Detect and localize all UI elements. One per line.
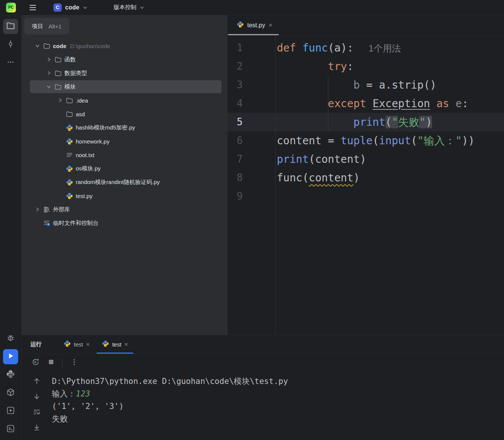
close-icon[interactable]: × [124, 341, 128, 348]
chevron-down-icon[interactable] [32, 43, 42, 49]
project-panel-shortcut: Alt+1 [48, 23, 62, 30]
python-console-button[interactable] [3, 367, 18, 382]
close-icon[interactable]: × [268, 22, 272, 28]
main-menu-icon[interactable] [30, 5, 36, 10]
run-tool-window-title: 运行 [30, 341, 42, 348]
debug-toolwindow-button[interactable] [3, 331, 18, 346]
pycharm-logo[interactable]: PC [6, 3, 16, 12]
commit-toolwindow-button[interactable] [3, 37, 18, 52]
more-vertical-icon [70, 358, 78, 368]
chevron-right-icon[interactable] [55, 97, 65, 103]
code-line-5[interactable]: 5 print("失败") [228, 113, 504, 131]
services-toolwindow-button[interactable] [3, 404, 18, 419]
code-line-6[interactable]: 6content = tuple(input("输入：")) [228, 131, 504, 150]
run-tab-label: test [112, 341, 121, 348]
project-panel-header[interactable]: 项目 Alt+1 [24, 18, 69, 34]
usages-inlay-hint[interactable]: 1个用法 [368, 43, 401, 53]
indent-guide [328, 76, 328, 131]
more-options-button[interactable] [70, 358, 78, 368]
tree-item-asd[interactable]: asd [22, 107, 228, 121]
content-area: 项目 Alt+1 codeD:\guohan\code函数数据类型模块.idea… [22, 15, 504, 440]
line-number: 8 [228, 169, 275, 187]
chevron-right-icon[interactable] [44, 70, 54, 76]
tree-item-mokuai[interactable]: 模块 [22, 80, 228, 94]
line-number: 4 [228, 94, 275, 113]
code-line-4[interactable]: 4 except Exception as e: [228, 94, 504, 113]
tree-item-idea[interactable]: .idea [22, 94, 228, 107]
tree-item-hanshu[interactable]: 函数 [22, 53, 228, 66]
run-tab-label: test [74, 341, 83, 348]
textfile-icon [65, 151, 73, 159]
python-icon [64, 340, 71, 349]
tree-item-os[interactable]: os模块.py [22, 162, 228, 175]
tree-item-random[interactable]: random模块randint随机验证码.py [22, 175, 228, 189]
editor-tab-label: test.py [247, 22, 265, 29]
editor-area: test.py × 1def func(a):1个用法2 try:3 b = a… [228, 15, 504, 335]
scroll-to-end-button[interactable] [33, 423, 41, 433]
code-line-8[interactable]: 8func(content) [228, 169, 504, 187]
project-panel: 项目 Alt+1 codeD:\guohan\code函数数据类型模块.idea… [22, 15, 228, 335]
tree-item-scratches[interactable]: 临时文件和控制台 [22, 216, 228, 230]
down-arrow-button[interactable] [33, 392, 41, 402]
tree-item-label: 模块 [64, 83, 76, 90]
folder-icon [54, 56, 62, 63]
tree-item-homework[interactable]: homework.py [22, 134, 228, 148]
chevron-down-icon[interactable] [44, 84, 54, 90]
run-tab-test-2[interactable]: test × [96, 335, 134, 354]
console-line: ('1', '2', '3') [52, 400, 504, 413]
line-number: 3 [228, 76, 275, 94]
tree-item-code-root[interactable]: codeD:\guohan\code [22, 39, 228, 53]
code-editor[interactable]: 1def func(a):1个用法2 try:3 b = a.strip()4 … [228, 36, 504, 335]
tree-item-label: hashlib模块md5加密.py [76, 124, 135, 131]
project-badge: C [53, 3, 62, 12]
soft-wrap-button[interactable] [33, 408, 41, 418]
chevron-right-icon[interactable] [44, 56, 54, 62]
code-line-3[interactable]: 3 b = a.strip() [228, 76, 504, 94]
tree-item-label: 临时文件和控制台 [53, 220, 98, 227]
tree-item-label: 函数 [64, 56, 76, 63]
python-icon [65, 124, 73, 131]
console-line: D:\Python37\python.exe D:\guohan\code\模块… [52, 375, 504, 388]
code-line-1[interactable]: 1def func(a):1个用法 [228, 39, 504, 57]
terminal-toolwindow-button[interactable] [3, 422, 18, 437]
run-panel: 运行 test × test × [22, 335, 504, 440]
python-packages-button[interactable] [3, 385, 18, 401]
project-toolwindow-button[interactable] [3, 19, 18, 34]
code-line-9[interactable]: 9 [228, 187, 504, 206]
more-tool-windows-button[interactable] [3, 55, 18, 70]
code-text: print(content) [275, 150, 504, 169]
code-line-7[interactable]: 7print(content) [228, 150, 504, 169]
run-body: D:\Python37\python.exe D:\guohan\code\模块… [22, 371, 504, 440]
rerun-button[interactable] [31, 357, 40, 368]
editor-tab-test-py[interactable]: test.py × [228, 15, 279, 35]
tree-item-shujuleixing[interactable]: 数据类型 [22, 66, 228, 80]
tree-item-external-libraries[interactable]: 外部库 [22, 203, 228, 216]
python-console-icon [6, 370, 15, 380]
console-gutter [22, 371, 52, 440]
project-panel-title: 项目 [32, 23, 43, 30]
arrow-up-icon [33, 377, 41, 387]
run-toolbar [22, 354, 504, 371]
folder-icon [42, 42, 51, 50]
code-text: content = tuple(input("输入：")) [275, 131, 504, 150]
project-selector[interactable]: C code [51, 2, 90, 13]
commit-icon [6, 39, 15, 50]
stop-button[interactable] [48, 359, 55, 367]
titlebar: PC C code 版本控制 [0, 0, 504, 15]
code-line-2[interactable]: 2 try: [228, 57, 504, 76]
chevron-right-icon[interactable] [32, 206, 42, 212]
soft-wrap-icon [33, 408, 41, 418]
close-icon[interactable]: × [86, 341, 90, 348]
console-output[interactable]: D:\Python37\python.exe D:\guohan\code\模块… [52, 371, 504, 440]
tree-item-noot[interactable]: noot.txt [22, 148, 228, 162]
folder-icon [54, 83, 62, 90]
run-toolwindow-button[interactable] [3, 349, 18, 364]
main-area: 项目 Alt+1 codeD:\guohan\code函数数据类型模块.idea… [0, 15, 504, 440]
gutter-separator [275, 36, 276, 335]
tree-item-hashlib[interactable]: hashlib模块md5加密.py [22, 121, 228, 134]
vcs-selector[interactable]: 版本控制 [114, 4, 145, 11]
tree-item-test[interactable]: test.py [22, 189, 228, 203]
up-arrow-button[interactable] [33, 377, 41, 387]
code-text: func(content) [275, 169, 504, 187]
run-tab-test-1[interactable]: test × [58, 335, 96, 354]
